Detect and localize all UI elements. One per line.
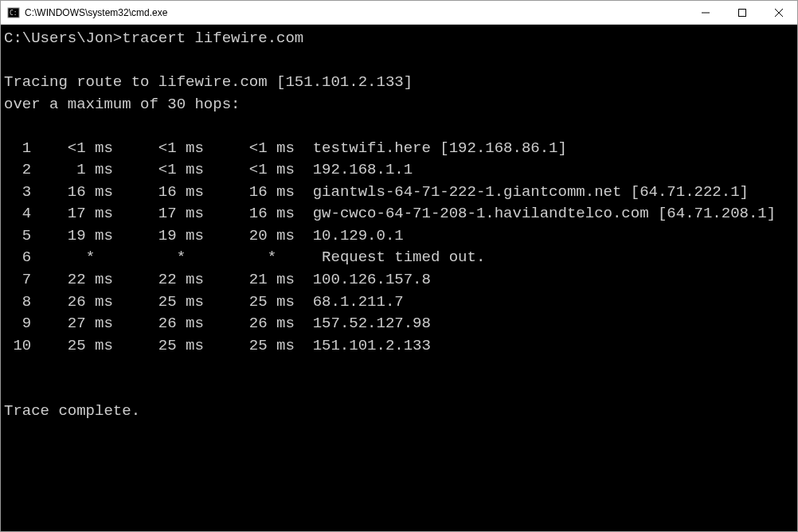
titlebar: C: C:\WINDOWS\system32\cmd.exe xyxy=(1,1,797,25)
trace-footer: Trace complete. xyxy=(4,402,140,420)
maximize-button[interactable] xyxy=(724,1,761,24)
terminal-output[interactable]: C:\Users\Jon>tracert lifewire.com Tracin… xyxy=(1,25,797,531)
window-controls xyxy=(687,1,797,24)
trace-header-1: Tracing route to lifewire.com [151.101.2… xyxy=(4,73,413,91)
minimize-button[interactable] xyxy=(687,1,724,24)
trace-header-2: over a maximum of 30 hops: xyxy=(4,96,240,113)
command: tracert lifewire.com xyxy=(122,29,303,47)
hops-list: 1 <1 ms <1 ms <1 ms testwifi.here [192.1… xyxy=(4,138,794,379)
prompt: C:\Users\Jon> xyxy=(4,29,122,47)
close-button[interactable] xyxy=(761,1,797,24)
svg-rect-3 xyxy=(739,9,746,16)
svg-text:C:: C: xyxy=(10,10,18,17)
cmd-icon: C: xyxy=(7,6,20,19)
window-title: C:\WINDOWS\system32\cmd.exe xyxy=(25,7,687,18)
cmd-window: C: C:\WINDOWS\system32\cmd.exe C:\Users\… xyxy=(0,0,798,532)
